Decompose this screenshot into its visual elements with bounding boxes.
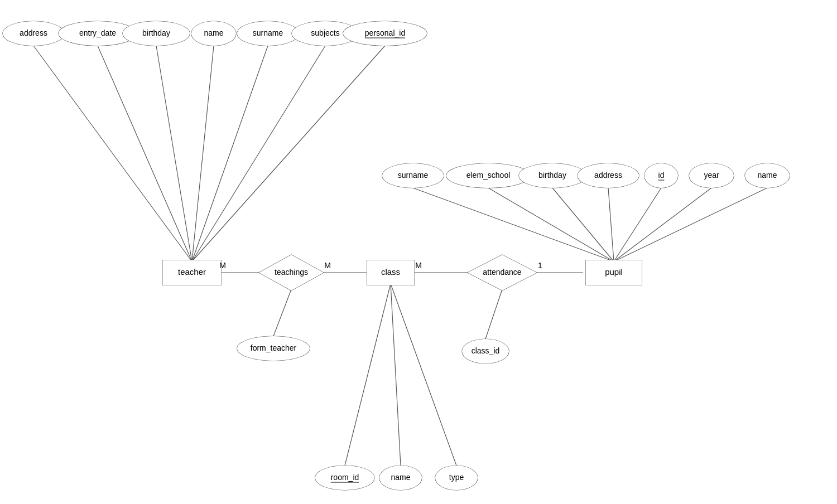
er-diagram: [0, 0, 837, 504]
